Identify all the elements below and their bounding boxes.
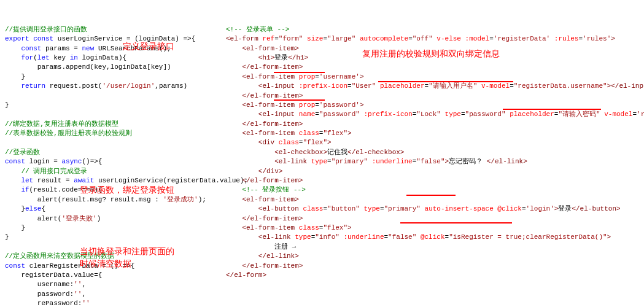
underline-vmodel-password [503, 109, 601, 110]
annotation-reuse-rules: 复用注册的校验规则和双向绑定信息 [362, 48, 500, 60]
underline-click-clearregister [400, 222, 512, 223]
annotation-define-login-api: 定义登录接口 [123, 41, 174, 53]
annotation-login-function: 登录函数，绑定登录按钮 [80, 184, 174, 196]
left-code-pane: //提供调用登录接口的函数 export const userLoginServ… [0, 0, 221, 307]
annotation-clear-data: 当切换登录和注册页面的时候清空数据 [80, 246, 178, 270]
underline-prop-password [274, 99, 325, 101]
underline-click-login [406, 195, 456, 196]
right-code-pane: <!-- 登录表单 --> <el-form ref="form" size="… [221, 0, 644, 307]
underline-prop-username [274, 72, 325, 73]
underline-vmodel-username [378, 81, 513, 82]
